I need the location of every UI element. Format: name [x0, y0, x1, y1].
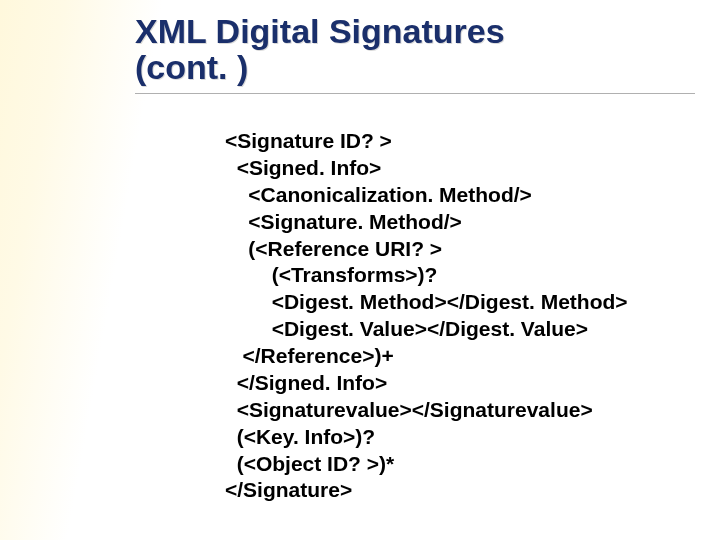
code-line: (<Key. Info>)? [225, 424, 695, 451]
code-line: (<Reference URI? > [225, 236, 695, 263]
code-line: <Signature ID? > [225, 128, 695, 155]
code-line: (<Object ID? >)* [225, 451, 695, 478]
title-line-1: XML Digital Signatures [135, 12, 505, 50]
code-line: <Signed. Info> [225, 155, 695, 182]
code-line: </Signature> [225, 477, 695, 504]
code-line: (<Transforms>)? [225, 262, 695, 289]
code-line: </Signed. Info> [225, 370, 695, 397]
code-line: <Signaturevalue></Signaturevalue> [225, 397, 695, 424]
title-line-2: (cont. ) [135, 48, 248, 86]
code-line: <Digest. Value></Digest. Value> [225, 316, 695, 343]
body-block: <Signature ID? > <Signed. Info> <Canonic… [225, 128, 695, 504]
page-title: XML Digital Signatures (cont. ) [135, 14, 695, 85]
code-line: <Signature. Method/> [225, 209, 695, 236]
code-line: <Digest. Method></Digest. Method> [225, 289, 695, 316]
code-line: </Reference>)+ [225, 343, 695, 370]
title-block: XML Digital Signatures (cont. ) [135, 14, 695, 94]
code-line: <Canonicalization. Method/> [225, 182, 695, 209]
title-underline [135, 93, 695, 94]
slide: XML Digital Signatures (cont. ) <Signatu… [0, 0, 720, 540]
